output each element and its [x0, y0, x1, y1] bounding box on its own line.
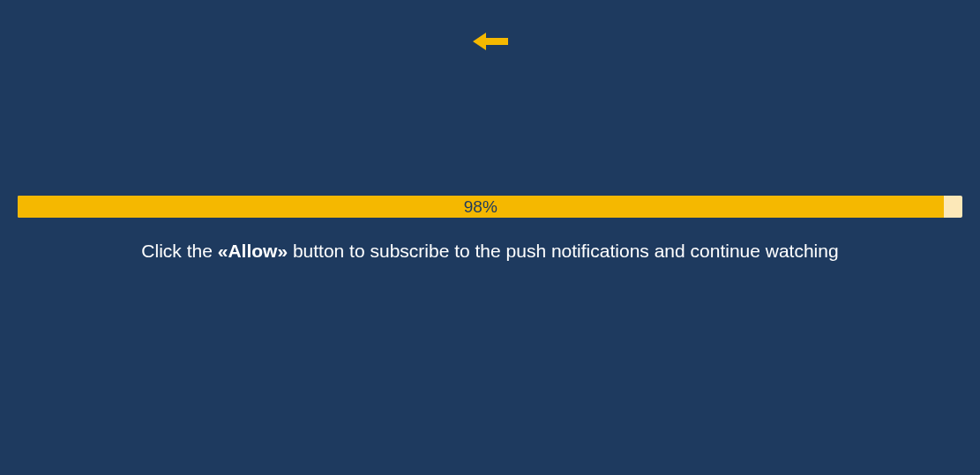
- arrow-left-icon: [473, 31, 508, 52]
- instruction-bold: «Allow»: [218, 241, 288, 261]
- progress-percent-label: 98%: [464, 197, 497, 217]
- arrow-pointer: [473, 31, 508, 56]
- progress-bar-track: 98%: [18, 196, 962, 218]
- instruction-prefix: Click the: [141, 241, 217, 261]
- progress-bar-fill: 98%: [18, 196, 944, 218]
- instruction-suffix: button to subscribe to the push notifica…: [288, 241, 839, 261]
- instruction-message: Click the «Allow» button to subscribe to…: [0, 241, 980, 262]
